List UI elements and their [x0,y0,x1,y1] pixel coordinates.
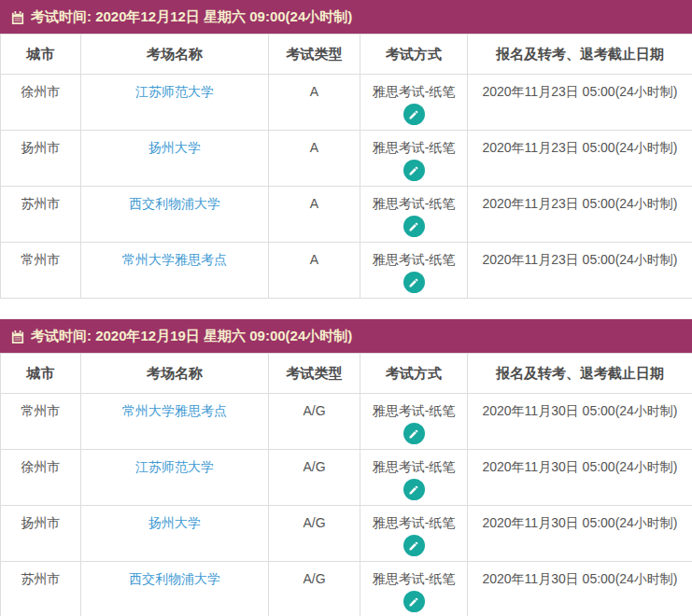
pencil-icon[interactable] [403,272,425,293]
venue-link[interactable]: 常州大学雅思考点 [122,252,227,267]
city-cell: 徐州市 [1,450,81,506]
pencil-icon[interactable] [403,423,425,444]
table-row: 苏州市 西交利物浦大学 A/G 雅思考试-纸笔 2020年11月30日 05:0… [1,562,692,616]
exam-session-2: 考试时间: 2020年12月19日 星期六 09:00(24小时制) 城市 考场… [0,319,692,616]
col-header-venue: 考场名称 [81,35,269,75]
venue-cell: 江苏师范大学 [81,75,269,131]
exam-type-cell: A [269,75,360,131]
venue-cell: 西交利物浦大学 [81,562,269,616]
table-row: 徐州市 江苏师范大学 A/G 雅思考试-纸笔 2020年11月30日 05:00… [1,450,692,506]
deadline-cell: 2020年11月23日 05:00(24小时制) [468,187,692,243]
pencil-icon[interactable] [403,216,425,237]
session-header: 考试时间: 2020年12月12日 星期六 09:00(24小时制) [0,0,692,34]
exam-method-cell: 雅思考试-纸笔 [360,187,468,243]
venue-cell: 西交利物浦大学 [81,187,269,243]
pencil-icon[interactable] [403,535,425,556]
city-cell: 常州市 [1,394,81,450]
venue-cell: 扬州大学 [81,506,269,562]
col-header-exam-type: 考试类型 [269,35,360,75]
exam-type-cell: A [269,131,360,187]
deadline-cell: 2020年11月30日 05:00(24小时制) [468,562,692,616]
exam-session-1: 考试时间: 2020年12月12日 星期六 09:00(24小时制) 城市 考场… [0,0,692,299]
exam-type-cell: A/G [269,394,360,450]
exam-table-2: 城市 考场名称 考试类型 考试方式 报名及转考、退考截止日期 常州市 常州大学雅… [0,353,692,616]
exam-method-cell: 雅思考试-纸笔 [360,506,468,562]
col-header-exam-method: 考试方式 [360,35,468,75]
col-header-deadline: 报名及转考、退考截止日期 [468,35,692,75]
session-header: 考试时间: 2020年12月19日 星期六 09:00(24小时制) [0,319,692,353]
venue-link[interactable]: 常州大学雅思考点 [122,403,227,418]
deadline-cell: 2020年11月23日 05:00(24小时制) [468,75,692,131]
exam-method-cell: 雅思考试-纸笔 [360,75,468,131]
exam-type-cell: A/G [269,450,360,506]
exam-type-cell: A [269,187,360,243]
venue-cell: 江苏师范大学 [81,450,269,506]
venue-cell: 扬州大学 [81,131,269,187]
deadline-cell: 2020年11月23日 05:00(24小时制) [468,243,692,299]
city-cell: 苏州市 [1,187,81,243]
table-row: 常州市 常州大学雅思考点 A 雅思考试-纸笔 2020年11月23日 05:00… [1,243,692,299]
exam-method-label: 雅思考试-纸笔 [373,140,456,157]
exam-table-1: 城市 考场名称 考试类型 考试方式 报名及转考、退考截止日期 徐州市 江苏师范大… [0,34,692,299]
exam-method-cell: 雅思考试-纸笔 [360,394,468,450]
col-header-city: 城市 [1,354,81,394]
city-cell: 徐州市 [1,75,81,131]
exam-method-cell: 雅思考试-纸笔 [360,131,468,187]
session-title: 考试时间: 2020年12月12日 星期六 09:00(24小时制) [31,8,352,26]
exam-type-cell: A/G [269,562,360,616]
exam-method-label: 雅思考试-纸笔 [373,515,456,532]
col-header-exam-type: 考试类型 [269,354,360,394]
col-header-city: 城市 [1,35,81,75]
table-row: 扬州市 扬州大学 A/G 雅思考试-纸笔 2020年11月30日 05:00(2… [1,506,692,562]
exam-method-label: 雅思考试-纸笔 [373,403,456,420]
pencil-icon[interactable] [403,479,425,500]
exam-type-cell: A [269,243,360,299]
city-cell: 扬州市 [1,131,81,187]
venue-link[interactable]: 扬州大学 [148,140,201,155]
pencil-icon[interactable] [403,104,425,125]
table-row: 徐州市 江苏师范大学 A 雅思考试-纸笔 2020年11月23日 05:00(2… [1,75,692,131]
venue-link[interactable]: 西交利物浦大学 [129,196,220,211]
venue-link[interactable]: 江苏师范大学 [135,459,214,474]
city-cell: 常州市 [1,243,81,299]
exam-method-label: 雅思考试-纸笔 [373,252,456,269]
pencil-icon[interactable] [403,591,425,612]
col-header-exam-method: 考试方式 [360,354,468,394]
exam-method-label: 雅思考试-纸笔 [373,196,456,213]
calendar-icon [11,11,24,24]
table-row: 扬州市 扬州大学 A 雅思考试-纸笔 2020年11月23日 05:00(24小… [1,131,692,187]
exam-method-label: 雅思考试-纸笔 [373,84,456,101]
pencil-icon[interactable] [403,160,425,181]
deadline-cell: 2020年11月30日 05:00(24小时制) [468,506,692,562]
deadline-cell: 2020年11月30日 05:00(24小时制) [468,394,692,450]
col-header-deadline: 报名及转考、退考截止日期 [468,354,692,394]
deadline-cell: 2020年11月23日 05:00(24小时制) [468,131,692,187]
city-cell: 扬州市 [1,506,81,562]
col-header-venue: 考场名称 [81,354,269,394]
exam-method-cell: 雅思考试-纸笔 [360,450,468,506]
exam-type-cell: A/G [269,506,360,562]
venue-cell: 常州大学雅思考点 [81,394,269,450]
table-header-row: 城市 考场名称 考试类型 考试方式 报名及转考、退考截止日期 [1,354,692,394]
venue-cell: 常州大学雅思考点 [81,243,269,299]
deadline-cell: 2020年11月30日 05:00(24小时制) [468,450,692,506]
table-row: 苏州市 西交利物浦大学 A 雅思考试-纸笔 2020年11月23日 05:00(… [1,187,692,243]
table-header-row: 城市 考场名称 考试类型 考试方式 报名及转考、退考截止日期 [1,35,692,75]
city-cell: 苏州市 [1,562,81,616]
calendar-icon [11,330,24,343]
exam-method-label: 雅思考试-纸笔 [373,459,456,476]
session-title: 考试时间: 2020年12月19日 星期六 09:00(24小时制) [31,328,352,345]
table-row: 常州市 常州大学雅思考点 A/G 雅思考试-纸笔 2020年11月30日 05:… [1,394,692,450]
venue-link[interactable]: 江苏师范大学 [135,84,214,99]
exam-method-cell: 雅思考试-纸笔 [360,562,468,616]
venue-link[interactable]: 西交利物浦大学 [129,571,220,586]
venue-link[interactable]: 扬州大学 [148,515,201,530]
exam-method-cell: 雅思考试-纸笔 [360,243,468,299]
exam-method-label: 雅思考试-纸笔 [373,571,456,588]
